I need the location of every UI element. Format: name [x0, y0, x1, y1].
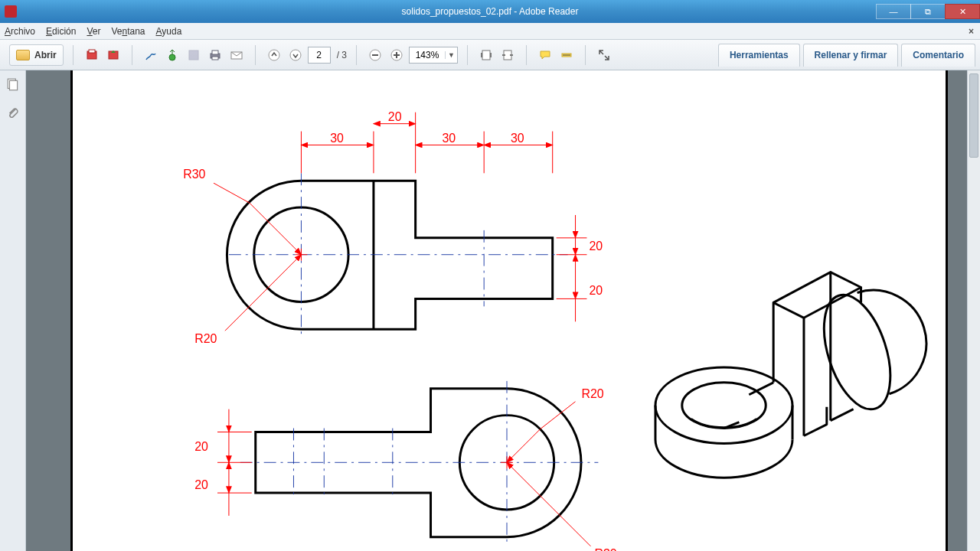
- print-pdf-icon[interactable]: [83, 46, 101, 64]
- window-title: solidos_propuestos_02.pdf - Adobe Reader: [402, 6, 579, 17]
- svg-rect-12: [372, 54, 378, 56]
- dim-30: 30: [511, 132, 524, 145]
- maximize-button[interactable]: ⧉: [910, 4, 946, 19]
- separator: [73, 45, 74, 65]
- svg-line-66: [507, 429, 541, 463]
- open-label: Abrir: [34, 50, 57, 60]
- svg-line-47: [250, 203, 302, 255]
- dim-r30: R30: [594, 547, 616, 551]
- zoom-combo[interactable]: ▼: [409, 47, 458, 64]
- svg-line-49: [268, 255, 302, 289]
- separator: [585, 45, 586, 65]
- zoom-out-icon[interactable]: [366, 46, 384, 64]
- tab-comment[interactable]: Comentario: [901, 44, 975, 67]
- document-viewport[interactable]: 30 20 30 30 20 20: [26, 70, 967, 551]
- print-icon[interactable]: [206, 46, 224, 64]
- document-close-button[interactable]: ×: [969, 26, 974, 37]
- pdf-page: 30 20 30 30 20 20: [70, 70, 948, 551]
- svg-rect-6: [212, 51, 218, 54]
- page-up-icon[interactable]: [265, 46, 283, 64]
- fit-page-icon[interactable]: [477, 46, 495, 64]
- svg-line-68: [507, 462, 559, 514]
- svg-rect-4: [189, 51, 198, 60]
- email-icon[interactable]: [227, 46, 246, 64]
- zoom-in-icon[interactable]: [387, 46, 406, 64]
- scrollbar-thumb[interactable]: [969, 73, 978, 158]
- save-icon[interactable]: [185, 46, 203, 64]
- dim-20: 20: [194, 478, 208, 491]
- menu-view[interactable]: Ver: [87, 26, 100, 37]
- export-pdf-icon[interactable]: [104, 46, 122, 64]
- svg-point-9: [269, 50, 279, 60]
- svg-line-50: [225, 289, 268, 331]
- minimize-button[interactable]: —: [876, 4, 911, 19]
- dim-r20: R20: [581, 387, 603, 400]
- read-mode-icon[interactable]: [595, 46, 613, 64]
- sign-icon[interactable]: [142, 46, 160, 64]
- toolbar: Abrir / 3 ▼: [0, 40, 980, 70]
- svg-line-69: [559, 514, 591, 546]
- folder-icon: [16, 50, 30, 60]
- dim-r30: R30: [183, 168, 205, 181]
- dim-20: 20: [194, 440, 208, 453]
- window-controls: — ⧉ ✕: [877, 4, 980, 19]
- dim-20: 20: [388, 110, 402, 123]
- right-panel-tabs: Herramientas Rellenar y firmar Comentari…: [715, 44, 975, 67]
- fit-width-icon[interactable]: [498, 46, 517, 64]
- menu-edit[interactable]: Edición: [46, 26, 76, 37]
- dim-20: 20: [589, 240, 603, 253]
- menu-bar: AArchivorchivo Edición Ver Ventana Ayuda…: [0, 23, 980, 40]
- app-icon: [5, 5, 17, 18]
- nav-sidebar: [0, 70, 26, 551]
- separator: [526, 45, 527, 65]
- highlight-icon[interactable]: [557, 46, 576, 64]
- technical-drawing: 30 20 30 30 20 20: [73, 70, 946, 551]
- svg-rect-18: [490, 53, 492, 57]
- menu-file[interactable]: AArchivorchivo: [5, 26, 35, 37]
- page-down-icon[interactable]: [286, 46, 305, 64]
- workspace: 30 20 30 30 20 20: [0, 70, 980, 551]
- separator: [356, 45, 357, 65]
- page-number-input[interactable]: [308, 47, 331, 64]
- comment-bubble-icon[interactable]: [536, 46, 554, 64]
- svg-rect-1: [89, 50, 95, 53]
- dim-r20: R20: [194, 332, 217, 345]
- zoom-dropdown-icon[interactable]: ▼: [445, 51, 457, 59]
- svg-point-3: [169, 54, 175, 60]
- svg-rect-23: [9, 80, 17, 90]
- svg-point-10: [290, 50, 301, 60]
- separator: [467, 45, 468, 65]
- title-bar: solidos_propuestos_02.pdf - Adobe Reader…: [0, 0, 980, 23]
- vertical-scrollbar[interactable]: [967, 70, 980, 551]
- separator: [132, 45, 132, 65]
- close-button[interactable]: ✕: [945, 4, 980, 19]
- dim-30: 30: [442, 132, 456, 145]
- zoom-input[interactable]: [410, 50, 445, 60]
- svg-rect-16: [482, 51, 490, 60]
- svg-line-48: [214, 183, 250, 203]
- svg-rect-15: [396, 52, 397, 58]
- share-icon[interactable]: [163, 46, 181, 64]
- tab-tools[interactable]: Herramientas: [718, 44, 800, 67]
- svg-rect-17: [481, 53, 482, 57]
- open-button[interactable]: Abrir: [9, 44, 64, 66]
- svg-point-70: [655, 367, 792, 443]
- attachments-icon[interactable]: [5, 104, 21, 121]
- dim-20: 20: [589, 284, 603, 297]
- tab-fill-sign[interactable]: Rellenar y firmar: [803, 44, 899, 67]
- svg-rect-7: [212, 57, 218, 60]
- page-total-label: / 3: [337, 50, 347, 60]
- separator: [255, 45, 256, 65]
- menu-help[interactable]: Ayuda: [155, 26, 181, 37]
- thumbnails-icon[interactable]: [5, 77, 21, 93]
- dim-30: 30: [330, 132, 344, 145]
- menu-window[interactable]: Ventana: [111, 26, 145, 37]
